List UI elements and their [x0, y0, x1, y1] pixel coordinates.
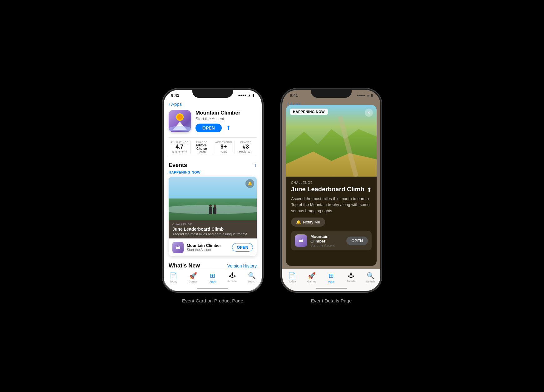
app-store-content: Mountain Climber Start the Ascent OPEN ⬆… [164, 110, 262, 259]
right-apps-icon: ⊞ [329, 272, 334, 279]
right-tab-arcade[interactable]: 🕹 Arcade [341, 272, 361, 283]
right-tab-games[interactable]: 🚀 Games [302, 272, 322, 283]
people-decoration [209, 207, 216, 214]
event-modal-body: CHALLENGE June Leaderboard Climb ⬆ Ascen… [286, 177, 377, 255]
awards-label: AWARDS [192, 141, 211, 144]
rating-item-ratings: 41K RATINGS 4.7 ★★★★½ [169, 141, 191, 154]
age-label: AGE RATING [214, 141, 234, 144]
events-title: Events [169, 162, 187, 169]
back-arrow-icon: ‹ [169, 101, 171, 107]
apps-icon: ⊞ [210, 272, 215, 279]
right-home-indicator [316, 288, 347, 289]
event-type: CHALLENGE [172, 223, 253, 226]
awards-sub: Health [192, 150, 211, 154]
notify-label: Notify Me [303, 220, 320, 224]
apps-label: Apps [210, 280, 216, 283]
right-phone-screen: 9:41 ●●●● ▲ ▮ ‹ Apps Mountain Climber [282, 90, 380, 291]
notch [192, 89, 233, 98]
person-2 [213, 207, 216, 214]
modal-share-icon[interactable]: ⬆ [367, 186, 372, 193]
whats-new-title: What's New [169, 262, 200, 269]
modal-open-button[interactable]: OPEN [346, 237, 368, 245]
rating-item-charts: CHARTS #3 Health & F [235, 141, 257, 154]
games-label: Games [189, 280, 198, 283]
event-info: CHALLENGE June Leaderboard Climb Ascend … [169, 220, 257, 238]
tab-arcade[interactable]: 🕹 Arcade [222, 272, 242, 283]
tab-games[interactable]: 🚀 Games [183, 272, 203, 283]
awards-value: Editors'Choice [192, 144, 211, 150]
right-arcade-label: Arcade [347, 280, 356, 283]
right-tab-today[interactable]: 📄 Today [282, 272, 302, 283]
search-icon: 🔍 [248, 272, 256, 279]
phone-screen: 9:41 ●●●● ▲ ▮ ‹ Apps [164, 90, 262, 291]
left-phone: 9:41 ●●●● ▲ ▮ ‹ Apps [163, 89, 263, 292]
back-button[interactable]: ‹ Apps [169, 101, 182, 107]
app-actions: OPEN ⬆ [195, 124, 257, 132]
arcade-icon: 🕹 [229, 272, 235, 279]
open-button[interactable]: OPEN [195, 124, 222, 132]
person-1 [209, 207, 212, 214]
left-phone-container: 9:41 ●●●● ▲ ▮ ‹ Apps [163, 89, 263, 303]
right-tab-search[interactable]: 🔍 Search [361, 272, 380, 283]
right-status-icons: ●●●● ▲ ▮ [357, 93, 373, 97]
modal-title-row: June Leaderboard Climb ⬆ [291, 186, 372, 193]
app-header: Mountain Climber Start the Ascent OPEN ⬆ [169, 110, 257, 132]
wifi-icon: ▲ [248, 93, 251, 97]
modal-mini-info: Mountain Climber Start the Ascent [310, 234, 343, 247]
modal-event-desc: Ascend the most miles this month to earn… [291, 196, 372, 214]
event-desc: Ascend the most miles and earn a unique … [172, 232, 253, 236]
arcade-label: Arcade [228, 280, 237, 283]
bell-icon[interactable]: 🔔 [245, 179, 254, 188]
right-phone-container: 9:41 ●●●● ▲ ▮ ‹ Apps Mountain Climber [281, 89, 381, 303]
app-icon[interactable] [169, 110, 191, 132]
right-today-label: Today [288, 280, 296, 283]
event-title: June Leaderboard Climb [172, 227, 253, 232]
event-details-modal: HAPPENING NOW × CHALLENGE June Leaderboa… [286, 105, 377, 266]
modal-mini-app-card: 🏔 Mountain Climber Start the Ascent OPEN [291, 231, 372, 250]
stars: ★★★★½ [170, 150, 189, 154]
whats-new-header: What's New Version History [164, 259, 262, 270]
nav-bar: ‹ Apps [164, 99, 262, 110]
right-search-label: Search [366, 280, 375, 283]
app-name: Mountain Climber [195, 110, 257, 116]
right-apps-label: Apps [328, 280, 335, 283]
happening-badge: HAPPENING NOW [290, 109, 328, 115]
notify-me-button[interactable]: 🔔 Notify Me [291, 218, 325, 227]
mini-app-name: Mountain Climber [187, 243, 229, 248]
mini-open-button[interactable]: OPEN [232, 243, 253, 252]
mini-app-info: Mountain Climber Start the Ascent [187, 243, 229, 252]
rating-item-age: AGE RATING 9+ Years [213, 141, 235, 154]
version-history-link[interactable]: Version History [227, 263, 257, 268]
events-see-all[interactable]: T [254, 163, 257, 168]
scene: 9:41 ●●●● ▲ ▮ ‹ Apps [150, 76, 394, 316]
mini-app-subtitle: Start the Ascent [187, 248, 229, 252]
app-subtitle: Start the Ascent [195, 116, 257, 121]
charts-value: #3 [236, 144, 255, 150]
tab-today[interactable]: 📄 Today [164, 272, 183, 283]
modal-mini-name: Mountain Climber [310, 234, 343, 243]
share-icon[interactable]: ⬆ [226, 125, 231, 131]
happening-now-label: HAPPENING NOW [169, 170, 257, 174]
right-tab-apps[interactable]: ⊞ Apps [322, 272, 341, 283]
events-section-header: Events T [169, 162, 257, 169]
modal-close-button[interactable]: × [365, 109, 373, 117]
event-card[interactable]: 🔔 CHALLENGE June Leaderboard Climb Ascen… [169, 177, 257, 256]
modal-event-type: CHALLENGE [291, 181, 372, 184]
age-value: 9+ [214, 144, 234, 150]
clouds-decoration [169, 126, 191, 131]
left-phone-label: Event Card on Product Page [182, 298, 243, 303]
right-wifi-icon: ▲ [366, 93, 370, 97]
tab-search[interactable]: 🔍 Search [242, 272, 262, 283]
today-label: Today [170, 280, 177, 283]
mini-app-card: 🏔 Mountain Climber Start the Ascent OPEN [169, 238, 257, 256]
event-card-image: 🔔 [169, 177, 257, 220]
charts-label: CHARTS [236, 141, 255, 144]
search-label: Search [247, 280, 256, 283]
sky-decoration [169, 177, 257, 198]
right-battery-icon: ▮ [371, 93, 373, 97]
right-today-icon: 📄 [288, 272, 296, 279]
right-notch [311, 89, 352, 98]
rating-label: 41K RATINGS [170, 141, 189, 144]
right-phone-label: Event Details Page [311, 298, 352, 303]
tab-apps[interactable]: ⊞ Apps [203, 272, 223, 283]
